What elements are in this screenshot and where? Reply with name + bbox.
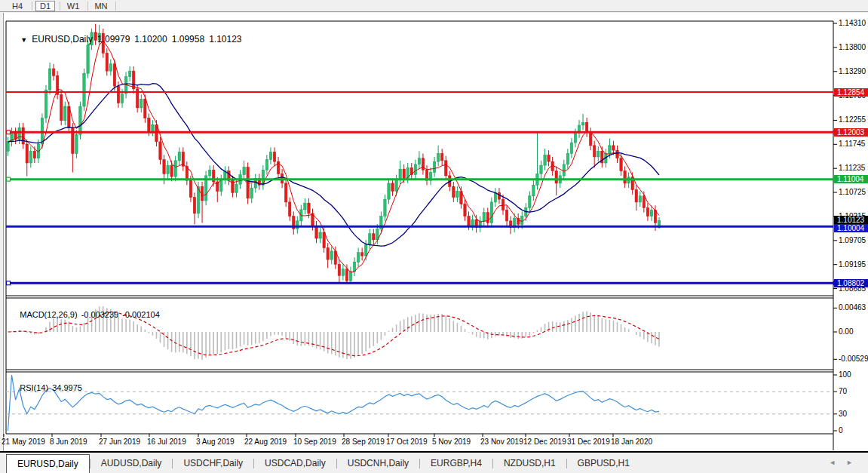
rsi-value: 34.9975: [52, 383, 82, 392]
date-label: 18 Jan 2020: [611, 438, 652, 446]
rsi-axis-label: 30: [839, 410, 847, 419]
date-label: 10 Sep 2019: [293, 438, 336, 446]
macd-axis-label: 0.00463: [839, 303, 866, 312]
hline-marker[interactable]: [7, 177, 11, 181]
price-axis-label: 1.13290: [839, 67, 866, 76]
tab-usdchf[interactable]: USDCHF,Daily: [173, 454, 253, 473]
tab-usdcnh[interactable]: USDCNH,Daily: [337, 454, 419, 473]
chart-title: ▼EURUSD,Daily1.099791.102001.099581.1012…: [11, 23, 247, 55]
price-badge-1.12003: 1.12003: [834, 128, 868, 137]
date-label: 22 Aug 2019: [244, 438, 287, 446]
date-label: 5 Nov 2019: [432, 438, 471, 446]
rsi-axis-label: 70: [839, 387, 847, 396]
date-label: 21 May 2019: [2, 438, 45, 446]
tab-scroll-left-icon[interactable]: ◄: [829, 459, 846, 466]
price-axis-label: 1.14310: [839, 19, 866, 28]
date-label: 17 Oct 2019: [386, 438, 427, 446]
tabs: EURUSD,DailyAUDUSD,DailyUSDCHF,DailyUSDC…: [0, 454, 640, 473]
price-axis-label: 1.09195: [839, 260, 866, 269]
tab-audusd[interactable]: AUDUSD,Daily: [90, 454, 173, 473]
ohlc-low: 1.09958: [172, 34, 204, 45]
price-badge-1.10123: 1.10123: [834, 216, 868, 224]
tab-gbpusd[interactable]: GBPUSD,H1: [567, 454, 640, 473]
ma-slow-line: [8, 84, 660, 246]
price-axis-label: 1.12255: [839, 115, 866, 124]
trading-terminal-window: H4D1W1MN ▼EURUSD,Daily1.099791.102001.09…: [0, 0, 868, 473]
chart-canvas[interactable]: [0, 0, 868, 473]
window-bottom-border: [0, 451, 868, 453]
date-label: 23 Nov 2019: [480, 438, 523, 446]
macd-name: MACD(12,26,9): [20, 310, 77, 319]
rsi-label: RSI(14)34.9975: [11, 374, 86, 401]
rsi-line: [8, 375, 660, 431]
price-axis-label: 1.13800: [839, 43, 866, 52]
macd-value-signal: -0.002104: [122, 310, 160, 319]
ohlc-open: 1.09979: [97, 34, 130, 45]
date-label: 16 Jul 2019: [147, 438, 186, 446]
candles-layer: [7, 24, 661, 284]
price-badge-1.08802: 1.08802: [834, 279, 868, 287]
chevron-down-icon[interactable]: ▼: [20, 36, 27, 44]
ohlc-high: 1.10200: [134, 34, 167, 45]
chart-tab-bar: EURUSD,DailyAUDUSD,DailyUSDCHF,DailyUSDC…: [0, 453, 868, 473]
hline-marker[interactable]: [7, 131, 11, 134]
tab-usdcad[interactable]: USDCAD,Daily: [254, 454, 336, 473]
rsi-axis-label: 100: [839, 370, 851, 379]
macd-axis-label: -0.005299: [839, 355, 868, 364]
rsi-name: RSI(14): [20, 383, 48, 392]
tab-scroll-right-icon[interactable]: ►: [846, 459, 863, 466]
macd-value-main: -0.003239: [81, 310, 119, 319]
date-label: 8 Jun 2019: [50, 438, 87, 446]
rsi-axis-label: 0: [839, 426, 843, 435]
ma-fast-line: [8, 41, 660, 272]
date-label: 27 Jun 2019: [99, 438, 140, 446]
date-label: 3 Aug 2019: [196, 438, 235, 446]
price-badge-1.11004: 1.11004: [834, 175, 868, 183]
price-axis-label: 1.11745: [839, 140, 865, 149]
price-axis-label: 1.10725: [839, 188, 866, 197]
tab-eurusd[interactable]: EURUSD,Daily: [6, 454, 90, 473]
ohlc-close: 1.10123: [209, 34, 241, 45]
price-badge-1.10004: 1.10004: [834, 224, 868, 232]
hline-marker[interactable]: [7, 281, 11, 285]
tab-eurgbp[interactable]: EURGBP,H4: [420, 454, 492, 473]
macd-axis-label: 0.00: [839, 327, 853, 336]
date-label: 28 Sep 2019: [342, 438, 385, 446]
date-label: 31 Dec 2019: [567, 438, 610, 446]
tab-scroll-arrows: ◄►: [829, 459, 863, 466]
price-axis-label: 1.09705: [839, 236, 866, 245]
tab-nzdusd[interactable]: NZDUSD,H1: [493, 454, 566, 473]
price-axis-label: 1.11235: [839, 164, 865, 173]
macd-label: MACD(12,26,9)-0.003239-0.002104: [11, 301, 164, 328]
price-badge-1.12854: 1.12854: [834, 88, 868, 97]
date-label: 12 Dec 2019: [523, 438, 566, 446]
chart-symbol: EURUSD,Daily: [32, 34, 93, 45]
